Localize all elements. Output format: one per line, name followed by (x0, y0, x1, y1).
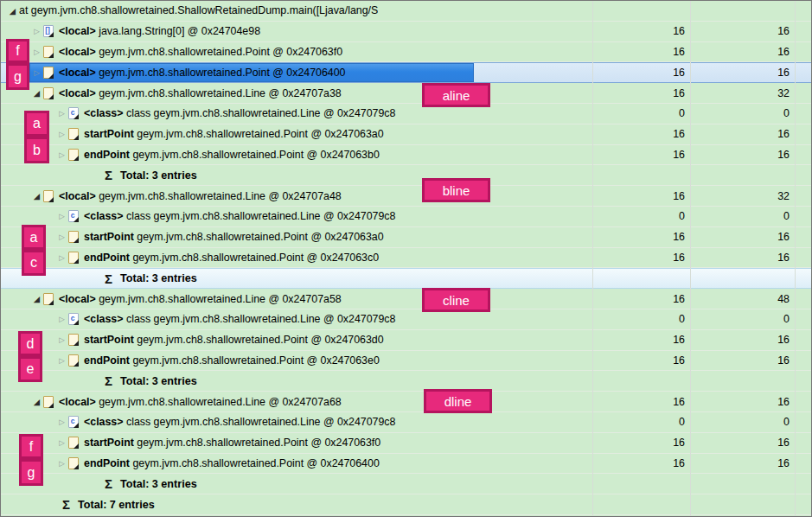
tree-cell: ΣTotal: 3 entries (1, 165, 592, 185)
retained-heap-cell: 16 (690, 145, 795, 165)
expand-arrow-icon[interactable]: ▷ (55, 357, 68, 365)
filler-cell (795, 269, 811, 288)
filler-cell (795, 474, 811, 494)
row-label: <local> geym.jvm.ch8.shallowretained.Poi… (59, 67, 346, 79)
row-label-text: geym.jvm.ch8.shallowretained.Point @ 0x2… (132, 457, 379, 469)
expand-arrow-icon[interactable]: ▷ (55, 460, 68, 468)
row-label-bold: <local> (59, 87, 96, 99)
row-label-text: at geym.jvm.ch8.shallowretained.ShallowR… (19, 4, 378, 16)
total-label: Total: 3 entries (120, 272, 197, 284)
heap-dump-screenshot: ◢at geym.jvm.ch8.shallowretained.Shallow… (0, 0, 812, 523)
tree-cell: ▷endPoint geym.jvm.ch8.shallowretained.P… (1, 351, 592, 371)
expand-arrow-icon[interactable]: ▷ (55, 151, 68, 159)
annotation-label: g (19, 459, 43, 486)
retained-heap-cell: 0 (690, 309, 795, 329)
row-label: startPoint geym.jvm.ch8.shallowretained.… (84, 231, 384, 243)
collapse-arrow-icon[interactable]: ◢ (30, 89, 43, 98)
shallow-heap-cell: 16 (592, 392, 690, 411)
row-label-text: class geym.jvm.ch8.shallowretained.Line … (126, 107, 396, 119)
tree-cell: ◢<local> geym.jvm.ch8.shallowretained.Li… (1, 392, 592, 411)
retained-heap-cell: 32 (690, 186, 795, 206)
object-icon (68, 149, 79, 161)
filler-cell (795, 83, 811, 103)
expand-arrow-icon[interactable]: ▷ (55, 131, 68, 138)
tree-cell: ▷startPoint geym.jvm.ch8.shallowretained… (1, 330, 592, 350)
filler-cell (795, 392, 811, 411)
tree-cell: ΣTotal: 3 entries (1, 371, 592, 391)
filler-cell (795, 433, 811, 453)
row-label-bold: endPoint (84, 457, 130, 469)
icon-glyph: c (71, 109, 75, 117)
row-label: startPoint geym.jvm.ch8.shallowretained.… (84, 128, 384, 140)
expand-arrow-icon[interactable]: ▷ (30, 28, 43, 35)
retained-heap-cell: 16 (690, 433, 795, 453)
object-icon (43, 396, 54, 408)
expand-arrow-icon[interactable]: ▷ (55, 254, 68, 262)
row-label-text: geym.jvm.ch8.shallowretained.Point @ 0x2… (132, 149, 379, 161)
expand-arrow-icon[interactable]: ▷ (55, 110, 68, 118)
row-label-bold: <local> (59, 396, 96, 408)
retained-heap-cell (690, 371, 795, 391)
filler-cell (795, 227, 811, 247)
expand-arrow-icon[interactable]: ▷ (55, 316, 68, 323)
heap-tree-table: ◢at geym.jvm.ch8.shallowretained.Shallow… (0, 0, 812, 517)
tree-cell: ◢at geym.jvm.ch8.shallowretained.Shallow… (1, 1, 592, 21)
expand-arrow-icon[interactable]: ▷ (55, 233, 68, 241)
retained-heap-cell: 16 (690, 124, 795, 144)
collapse-arrow-icon[interactable]: ◢ (30, 295, 43, 303)
expand-arrow-icon[interactable]: ▷ (55, 439, 68, 447)
shallow-heap-cell (592, 474, 690, 494)
retained-heap-cell: 16 (690, 227, 795, 247)
collapse-arrow-icon[interactable]: ◢ (6, 7, 19, 16)
tree-cell: ▷<local> geym.jvm.ch8.shallowretained.Po… (1, 63, 592, 82)
expand-arrow-icon[interactable]: ▷ (55, 213, 68, 220)
expand-arrow-icon[interactable]: ▷ (30, 69, 43, 77)
column-separator (592, 1, 593, 516)
shallow-heap-cell: 16 (592, 454, 690, 474)
retained-heap-cell: 16 (690, 351, 795, 371)
row-label-bold: <local> (59, 25, 96, 37)
annotation-label: cline (422, 288, 490, 312)
retained-heap-cell (690, 165, 795, 185)
shallow-heap-cell: 16 (592, 248, 690, 268)
retained-heap-cell: 0 (690, 104, 795, 124)
expand-arrow-icon[interactable]: ▷ (55, 336, 68, 344)
row-label: at geym.jvm.ch8.shallowretained.ShallowR… (19, 4, 378, 16)
retained-heap-cell: 0 (690, 412, 795, 432)
row-label-text: geym.jvm.ch8.shallowretained.Line @ 0x24… (99, 396, 342, 408)
row-label-bold: <local> (59, 67, 96, 79)
annotation-label: g (6, 63, 29, 90)
filler-cell (795, 351, 811, 371)
row-label: <local> java.lang.String[0] @ 0x24704e98 (59, 25, 260, 37)
row-label-text: class geym.jvm.ch8.shallowretained.Line … (126, 416, 396, 428)
retained-heap-cell: 16 (690, 63, 795, 82)
row-label: <class> class geym.jvm.ch8.shallowretain… (84, 313, 395, 325)
class-icon: c (68, 107, 79, 119)
shallow-heap-cell: 16 (592, 433, 690, 453)
annotation-label: c (22, 250, 46, 276)
row-label-bold: <class> (84, 416, 123, 428)
total-label: Total: 7 entries (78, 499, 155, 511)
filler-cell (795, 207, 811, 226)
row-label-text: geym.jvm.ch8.shallowretained.Line @ 0x24… (99, 190, 342, 202)
total-label: Total: 3 entries (120, 375, 197, 387)
collapse-arrow-icon[interactable]: ◢ (30, 398, 43, 406)
row-label: <local> geym.jvm.ch8.shallowretained.Lin… (59, 293, 342, 305)
expand-arrow-icon[interactable]: ▷ (55, 418, 68, 426)
collapse-arrow-icon[interactable]: ◢ (30, 192, 43, 201)
filler-cell (795, 186, 811, 206)
row-label-bold: startPoint (84, 334, 134, 346)
retained-heap-cell: 16 (690, 454, 795, 474)
row-label: <class> class geym.jvm.ch8.shallowretain… (84, 416, 395, 428)
shallow-heap-cell: 16 (592, 330, 690, 350)
total-label: Total: 3 entries (120, 169, 197, 182)
filler-cell (795, 371, 811, 391)
tree-cell: ▷c<class> class geym.jvm.ch8.shallowreta… (1, 207, 592, 226)
row-label-bold: <local> (59, 46, 96, 58)
expand-arrow-icon[interactable]: ▷ (30, 48, 43, 56)
object-icon (68, 128, 79, 140)
row-label-text: geym.jvm.ch8.shallowretained.Point @ 0x2… (137, 128, 383, 140)
shallow-heap-cell: 16 (592, 289, 690, 309)
row-label: <local> geym.jvm.ch8.shallowretained.Poi… (59, 46, 342, 58)
filler-cell (795, 289, 811, 309)
